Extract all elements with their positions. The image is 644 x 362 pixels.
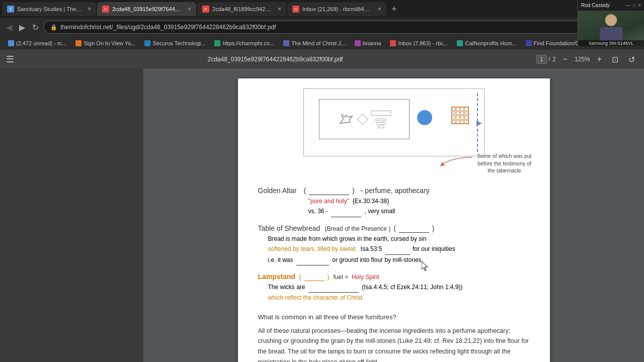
- person-head: [605, 14, 617, 26]
- rect-top: [371, 111, 391, 116]
- tab-close-2[interactable]: ×: [188, 6, 191, 13]
- lampstand-content: The wicks are (Isa.4:4,5; cf Ezek.24:11;…: [258, 282, 530, 303]
- golden-altar-note2: vs. 36 -: [308, 208, 328, 215]
- bookmark-charm[interactable]: https://charmphr.co...: [210, 39, 278, 47]
- lampstand-section: Lampstand ( ) fuel = Holy Spirit The wic…: [258, 273, 530, 303]
- current-page[interactable]: 1: [536, 55, 547, 64]
- webcam-controls: — □ ×: [626, 3, 641, 8]
- bookmark-label-charm: https://charmphr.co...: [222, 40, 274, 46]
- bookmark-label-securus: Securus Technologi...: [152, 40, 205, 46]
- bookmark-signon[interactable]: Sign On to View Yo...: [71, 39, 139, 47]
- shewbread-blank: [399, 224, 429, 233]
- question-section: What is common in all three of these fur…: [258, 313, 530, 362]
- tab-close-1[interactable]: ×: [88, 6, 91, 13]
- hamburger-menu[interactable]: ☰: [6, 54, 14, 65]
- bookmark-label-gmail: Inbox (7,863) - rbc...: [398, 40, 448, 46]
- zoom-level: 125%: [575, 56, 590, 63]
- address-bar: ◀ ▶ ↻ 🔒 themindofchrist.net/_files/ugd/2…: [0, 18, 644, 36]
- lampstand-wicks-pre: The wicks are: [268, 284, 305, 291]
- lampstand-blank: [308, 282, 359, 293]
- answer-text: All of these natural processes—beating t…: [258, 326, 530, 362]
- bookmark-label-find-foundation: Find Foundation/C...: [534, 40, 584, 46]
- tab-pdf2[interactable]: P 2cda48_f61899cc942040... ×: [197, 2, 286, 16]
- webcam-video: Samsung SM-S146VL: [578, 11, 644, 46]
- webcam-overlay: Rod Cassidy — □ × Samsung SM-S146VL: [578, 0, 644, 46]
- lampstand-blank: [304, 273, 325, 281]
- shewbread-line3-end: or ground into flour by mill-stones.: [332, 256, 423, 263]
- pdf-page-info: 1 / 2: [536, 55, 556, 64]
- bookmark-label-brianna: brianna: [363, 40, 381, 46]
- bm-icon-signon: [75, 40, 82, 46]
- note-arrow: [437, 155, 477, 170]
- lampstand-title: Lampstand: [258, 273, 296, 281]
- new-tab-button[interactable]: +: [387, 4, 401, 15]
- back-button[interactable]: ◀: [4, 22, 14, 33]
- zoom-in-button[interactable]: +: [594, 54, 605, 65]
- shewbread-header: Table of Shewbread (Bread of the Presenc…: [258, 224, 530, 233]
- bookmark-mindofchrist[interactable]: The Mind of Christ J...: [279, 39, 350, 47]
- blue-circle: [417, 110, 432, 125]
- person-body: [600, 27, 622, 41]
- shewbread-section: Table of Shewbread (Bread of the Presenc…: [258, 224, 530, 265]
- golden-altar-blank2: [331, 206, 361, 217]
- forward-button[interactable]: ▶: [17, 22, 27, 33]
- pdf-toolbar: ☰ 2cda48_03915e929f7644228462b9ca832f00b…: [0, 50, 644, 68]
- shewbread-line2-post: for our iniquities: [413, 245, 455, 252]
- diamond-shape: [357, 114, 369, 125]
- tab-favicon-1: S: [7, 6, 14, 13]
- tab-favicon-4: G: [292, 6, 299, 13]
- webcam-name: Rod Cassidy: [581, 3, 610, 8]
- tab-sanctuary[interactable]: S Sanctuary Studies | The Mind of Christ…: [2, 2, 96, 16]
- tab-close-4[interactable]: ×: [378, 6, 381, 13]
- browser-chrome: S Sanctuary Studies | The Mind of Christ…: [0, 0, 644, 50]
- question-text: What is common in all three of these fur…: [258, 313, 530, 321]
- tab-pdf-active[interactable]: P 2cda48_03915e929f7644228462b9ca832f00b…: [97, 2, 196, 16]
- webcam-close[interactable]: ×: [638, 3, 641, 8]
- rect-stack: [371, 111, 391, 128]
- bookmark-securus[interactable]: Securus Technologi...: [140, 39, 209, 47]
- shewbread-line3: i.e. it was: [268, 256, 293, 263]
- tab-close-3[interactable]: ×: [278, 6, 281, 13]
- bm-icon-calnonprofits: [457, 40, 463, 46]
- shewbread-line2-ref: Isa.53:5: [361, 245, 382, 252]
- bookmark-brianna[interactable]: brianna: [351, 39, 385, 47]
- inner-box: [319, 99, 410, 139]
- url-bar[interactable]: 🔒 themindofchrist.net/_files/ugd/2cda48_…: [44, 21, 584, 34]
- pdf-controls: 1 / 2 − 125% + ⊡ ↺: [536, 54, 638, 65]
- shewbread-content: Bread is made from which grows in the ea…: [258, 234, 530, 265]
- golden-altar-note2-end: , very small: [365, 208, 395, 215]
- total-pages: 2: [552, 56, 556, 63]
- webcam-device-label: Samsung SM-S146VL: [578, 40, 644, 46]
- tab-gmail[interactable]: G Inbox (21,269) - rbcmil84@gmail.com: .…: [287, 2, 386, 16]
- tab-label-2: 2cda48_03915e929f7644228462b9ca832f00bf.…: [112, 6, 183, 12]
- bm-icon-charm: [214, 40, 220, 46]
- page-fit-button[interactable]: ⊡: [609, 54, 621, 65]
- golden-altar-title: Golden Altar: [258, 187, 297, 195]
- rotate-button[interactable]: ↺: [625, 54, 638, 65]
- bird-icon: [337, 111, 355, 127]
- webcam-maximize[interactable]: □: [633, 3, 636, 8]
- webcam-minimize[interactable]: —: [626, 3, 631, 8]
- golden-altar-note1-ref: {Ex.30:34-38}: [351, 198, 389, 205]
- golden-altar-header: Golden Altar ( ) - perfume, apothecary: [258, 187, 530, 195]
- pdf-viewer[interactable]: ▶ Some of which was put before the testi…: [143, 68, 644, 362]
- bookmark-mail[interactable]: (2,472 unread) - rc...: [4, 39, 70, 47]
- tab-label-3: 2cda48_f61899cc942040...: [212, 6, 273, 12]
- golden-altar-section: Golden Altar ( ) - perfume, apothecary "…: [258, 187, 530, 217]
- zoom-out-button[interactable]: −: [560, 54, 571, 65]
- bookmark-label-calnonprofits: CalNonprofits Hom...: [465, 40, 516, 46]
- shewbread-line2-pre: softened by tears, tilled by sweat.: [268, 245, 357, 252]
- lampstand-fuel: Holy Spirit: [352, 274, 379, 281]
- shewbread-blank2: [385, 244, 410, 254]
- bm-icon-find-foundation: [526, 40, 532, 46]
- url-text: themindofchrist.net/_files/ugd/2cda48_03…: [60, 24, 577, 31]
- left-panel: [0, 68, 143, 362]
- bookmark-calnonprofits[interactable]: CalNonprofits Hom...: [453, 39, 520, 47]
- bm-icon-mindofchrist: [283, 40, 289, 46]
- bm-icon-securus: [144, 40, 150, 46]
- refresh-button[interactable]: ↻: [30, 22, 41, 33]
- pdf-page: ▶ Some of which was put before the testi…: [238, 78, 550, 362]
- golden-altar-note1: "pure and holy": [308, 198, 349, 205]
- bookmark-gmail[interactable]: Inbox (7,863) - rbc...: [386, 39, 452, 47]
- main-area: ▶ Some of which was put before the testi…: [0, 68, 644, 362]
